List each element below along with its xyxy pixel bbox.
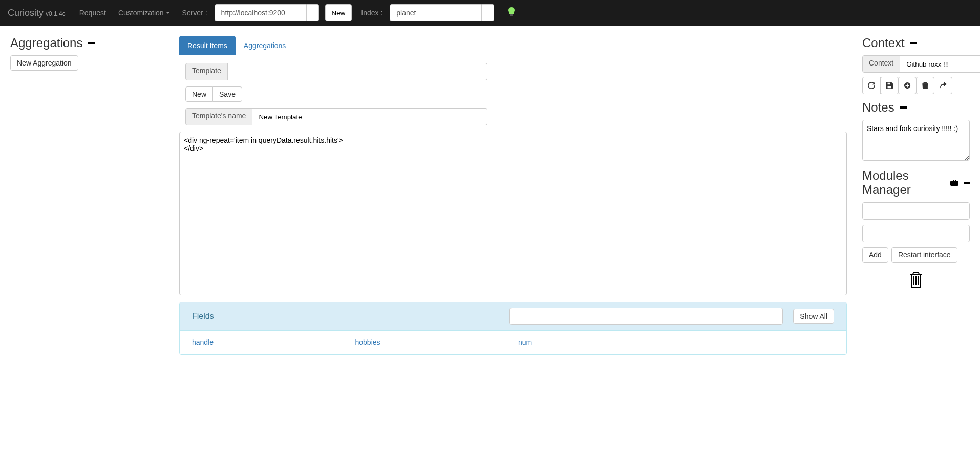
template-new-button[interactable]: New: [185, 86, 213, 102]
server-label: Server :: [176, 9, 211, 17]
fields-title: Fields: [192, 312, 499, 321]
left-sidebar: Aggregations New Aggregation: [5, 31, 169, 360]
svg-rect-0: [510, 14, 513, 15]
index-label: Index :: [355, 9, 387, 17]
template-code-textarea[interactable]: <div ng-repeat='item in queryData.result…: [179, 132, 847, 295]
brand-version: v0.1.4c: [46, 10, 66, 17]
nav-customization[interactable]: Customization: [112, 0, 176, 26]
refresh-button[interactable]: [862, 77, 881, 94]
caret-icon: [166, 12, 170, 14]
module-input-2[interactable]: [862, 225, 970, 242]
delete-button[interactable]: [916, 77, 934, 94]
index-input[interactable]: [390, 4, 482, 21]
show-all-button[interactable]: Show All: [793, 309, 834, 324]
notes-textarea[interactable]: Stars and fork curiosity !!!!! :): [862, 120, 970, 161]
right-sidebar: Context Context Notes: [857, 31, 975, 360]
tab-result-items[interactable]: Result Items: [179, 36, 236, 55]
template-name-label: Template's name: [185, 108, 252, 125]
trash-icon: [922, 82, 929, 89]
context-toolbar: [862, 77, 970, 94]
navbar: Curiosity v0.1.4c Request Customization …: [0, 0, 980, 26]
plus-circle-icon: [904, 82, 911, 89]
share-button[interactable]: [934, 77, 952, 94]
save-button[interactable]: [880, 77, 899, 94]
new-server-button[interactable]: New: [325, 4, 352, 21]
tab-aggregations[interactable]: Aggregations: [236, 36, 294, 55]
context-input-group: Context: [862, 55, 970, 73]
module-trash[interactable]: [862, 270, 970, 290]
template-select-input[interactable]: [228, 63, 475, 80]
template-name-group: Template's name: [185, 108, 487, 125]
module-add-button[interactable]: Add: [862, 247, 888, 263]
bulb-icon[interactable]: [507, 7, 516, 19]
server-input-group: [215, 4, 319, 21]
index-input-group: [390, 4, 494, 21]
notes-heading: Notes: [862, 100, 970, 115]
template-name-input[interactable]: [252, 108, 487, 125]
minus-icon[interactable]: [910, 42, 917, 44]
briefcase-icon: [950, 176, 958, 190]
new-aggregation-button[interactable]: New Aggregation: [10, 55, 78, 71]
trash-icon: [908, 270, 924, 289]
template-actions: New Save: [185, 86, 242, 102]
context-input[interactable]: [900, 55, 980, 73]
minus-icon[interactable]: [88, 42, 95, 44]
tabs: Result Items Aggregations: [179, 36, 847, 55]
module-input-1[interactable]: [862, 202, 970, 220]
refresh-icon: [868, 82, 875, 89]
context-label: Context: [862, 55, 900, 73]
modules-heading: Modules Manager: [862, 168, 970, 197]
fields-panel-heading: Fields Show All: [180, 302, 846, 331]
minus-icon[interactable]: [964, 182, 970, 184]
field-link[interactable]: handle: [192, 338, 214, 347]
save-icon: [886, 82, 893, 89]
brand[interactable]: Curiosity v0.1.4c: [8, 8, 66, 18]
restart-interface-button[interactable]: Restart interface: [891, 247, 957, 263]
share-icon: [940, 82, 947, 89]
main-content: Result Items Aggregations Template New S…: [174, 31, 852, 360]
fields-filter-input[interactable]: [509, 308, 783, 325]
template-select-group: Template: [185, 63, 487, 80]
fields-panel: Fields Show All handle hobbies num: [179, 302, 847, 355]
template-save-button[interactable]: Save: [212, 86, 242, 102]
aggregations-heading: Aggregations: [10, 36, 164, 50]
fields-list: handle hobbies num: [180, 331, 846, 354]
svg-rect-1: [510, 15, 513, 16]
minus-icon[interactable]: [900, 106, 907, 109]
brand-name: Curiosity: [8, 8, 44, 18]
index-dropdown-toggle[interactable]: [482, 4, 494, 21]
server-input[interactable]: [215, 4, 307, 21]
context-heading: Context: [862, 36, 970, 50]
template-dropdown-toggle[interactable]: [475, 63, 487, 80]
template-label: Template: [185, 63, 228, 80]
add-button[interactable]: [898, 77, 917, 94]
field-link[interactable]: num: [518, 338, 532, 347]
nav-request[interactable]: Request: [73, 0, 112, 26]
server-dropdown-toggle[interactable]: [307, 4, 319, 21]
module-actions: Add Restart interface: [862, 247, 970, 263]
field-link[interactable]: hobbies: [355, 338, 380, 347]
